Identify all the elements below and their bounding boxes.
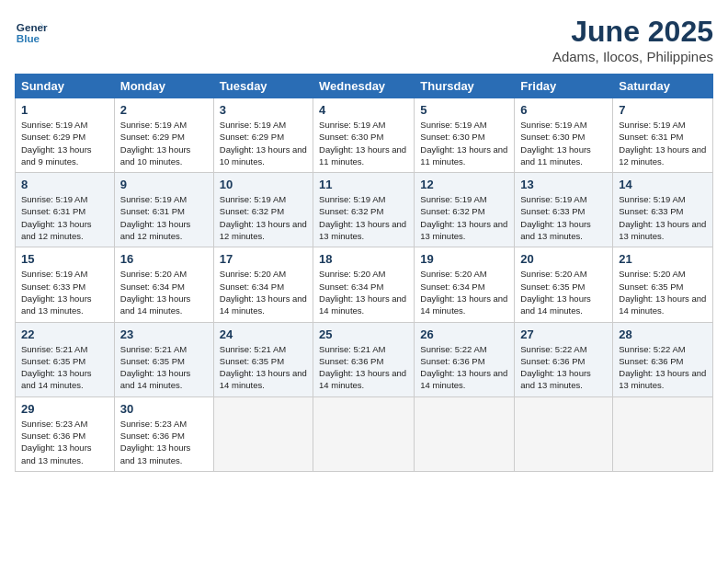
calendar-cell: 5 Sunrise: 5:19 AMSunset: 6:30 PMDayligh… bbox=[415, 98, 515, 173]
day-number: 23 bbox=[120, 327, 208, 341]
day-info: Sunrise: 5:19 AMSunset: 6:33 PMDaylight:… bbox=[619, 194, 706, 241]
logo-icon: General Blue bbox=[15, 15, 48, 48]
day-info: Sunrise: 5:19 AMSunset: 6:30 PMDaylight:… bbox=[319, 120, 406, 167]
day-info: Sunrise: 5:20 AMSunset: 6:34 PMDaylight:… bbox=[120, 269, 191, 316]
day-number: 30 bbox=[120, 402, 208, 416]
day-number: 25 bbox=[319, 327, 408, 341]
calendar-cell: 21 Sunrise: 5:20 AMSunset: 6:35 PMDaylig… bbox=[613, 247, 713, 322]
weekday-header: Tuesday bbox=[213, 75, 313, 98]
day-number: 19 bbox=[420, 252, 508, 266]
calendar-cell: 1 Sunrise: 5:19 AMSunset: 6:29 PMDayligh… bbox=[16, 98, 115, 173]
day-info: Sunrise: 5:19 AMSunset: 6:31 PMDaylight:… bbox=[21, 194, 92, 241]
svg-text:Blue: Blue bbox=[17, 32, 40, 44]
day-number: 18 bbox=[319, 252, 408, 266]
title-area: June 2025 Adams, Ilocos, Philippines bbox=[552, 15, 713, 64]
day-info: Sunrise: 5:22 AMSunset: 6:36 PMDaylight:… bbox=[420, 344, 507, 391]
day-number: 16 bbox=[120, 252, 208, 266]
weekday-header: Saturday bbox=[613, 75, 713, 98]
calendar-cell: 30 Sunrise: 5:23 AMSunset: 6:36 PMDaylig… bbox=[114, 396, 213, 471]
weekday-header: Friday bbox=[515, 75, 613, 98]
day-info: Sunrise: 5:22 AMSunset: 6:36 PMDaylight:… bbox=[520, 344, 591, 391]
calendar-cell bbox=[313, 396, 415, 471]
calendar-cell: 20 Sunrise: 5:20 AMSunset: 6:35 PMDaylig… bbox=[515, 247, 613, 322]
day-number: 1 bbox=[21, 103, 108, 117]
day-info: Sunrise: 5:20 AMSunset: 6:35 PMDaylight:… bbox=[520, 269, 591, 316]
calendar-cell: 7 Sunrise: 5:19 AMSunset: 6:31 PMDayligh… bbox=[613, 98, 713, 173]
calendar-cell bbox=[613, 396, 713, 471]
calendar-week-row: 29 Sunrise: 5:23 AMSunset: 6:36 PMDaylig… bbox=[16, 396, 713, 471]
weekday-header: Thursday bbox=[415, 75, 515, 98]
day-number: 12 bbox=[420, 178, 508, 191]
day-number: 6 bbox=[520, 103, 607, 117]
day-number: 13 bbox=[520, 178, 607, 191]
weekday-header: Wednesday bbox=[313, 75, 415, 98]
day-number: 10 bbox=[220, 178, 307, 191]
day-number: 11 bbox=[319, 178, 408, 191]
calendar-cell: 25 Sunrise: 5:21 AMSunset: 6:36 PMDaylig… bbox=[313, 322, 415, 396]
day-info: Sunrise: 5:19 AMSunset: 6:32 PMDaylight:… bbox=[319, 194, 406, 241]
calendar-header: SundayMondayTuesdayWednesdayThursdayFrid… bbox=[16, 75, 713, 98]
calendar-cell: 28 Sunrise: 5:22 AMSunset: 6:36 PMDaylig… bbox=[613, 322, 713, 396]
calendar-week-row: 15 Sunrise: 5:19 AMSunset: 6:33 PMDaylig… bbox=[16, 247, 713, 322]
day-info: Sunrise: 5:19 AMSunset: 6:33 PMDaylight:… bbox=[520, 194, 591, 241]
day-number: 8 bbox=[21, 178, 108, 191]
day-number: 27 bbox=[520, 327, 607, 341]
calendar-cell: 6 Sunrise: 5:19 AMSunset: 6:30 PMDayligh… bbox=[515, 98, 613, 173]
day-number: 20 bbox=[520, 252, 607, 266]
day-info: Sunrise: 5:19 AMSunset: 6:32 PMDaylight:… bbox=[420, 194, 507, 241]
day-number: 2 bbox=[120, 103, 208, 117]
day-number: 26 bbox=[420, 327, 508, 341]
day-info: Sunrise: 5:19 AMSunset: 6:33 PMDaylight:… bbox=[21, 269, 92, 316]
calendar-table: SundayMondayTuesdayWednesdayThursdayFrid… bbox=[15, 74, 713, 472]
calendar-cell: 11 Sunrise: 5:19 AMSunset: 6:32 PMDaylig… bbox=[313, 173, 415, 247]
day-info: Sunrise: 5:20 AMSunset: 6:34 PMDaylight:… bbox=[319, 269, 406, 316]
calendar-cell: 27 Sunrise: 5:22 AMSunset: 6:36 PMDaylig… bbox=[515, 322, 613, 396]
day-info: Sunrise: 5:19 AMSunset: 6:29 PMDaylight:… bbox=[120, 120, 191, 167]
day-info: Sunrise: 5:19 AMSunset: 6:30 PMDaylight:… bbox=[520, 120, 591, 167]
day-number: 21 bbox=[619, 252, 707, 266]
day-info: Sunrise: 5:19 AMSunset: 6:31 PMDaylight:… bbox=[619, 120, 706, 167]
subtitle: Adams, Ilocos, Philippines bbox=[552, 49, 713, 64]
calendar-cell: 14 Sunrise: 5:19 AMSunset: 6:33 PMDaylig… bbox=[613, 173, 713, 247]
day-number: 29 bbox=[21, 402, 108, 416]
calendar-cell: 8 Sunrise: 5:19 AMSunset: 6:31 PMDayligh… bbox=[16, 173, 115, 247]
calendar-cell: 13 Sunrise: 5:19 AMSunset: 6:33 PMDaylig… bbox=[515, 173, 613, 247]
calendar-cell bbox=[213, 396, 313, 471]
calendar-cell: 24 Sunrise: 5:21 AMSunset: 6:35 PMDaylig… bbox=[213, 322, 313, 396]
day-info: Sunrise: 5:20 AMSunset: 6:34 PMDaylight:… bbox=[420, 269, 507, 316]
calendar-cell: 12 Sunrise: 5:19 AMSunset: 6:32 PMDaylig… bbox=[415, 173, 515, 247]
day-number: 7 bbox=[619, 103, 707, 117]
day-number: 9 bbox=[120, 178, 208, 191]
weekday-header: Sunday bbox=[16, 75, 115, 98]
calendar-cell: 2 Sunrise: 5:19 AMSunset: 6:29 PMDayligh… bbox=[114, 98, 213, 173]
day-number: 14 bbox=[619, 178, 707, 191]
day-info: Sunrise: 5:19 AMSunset: 6:32 PMDaylight:… bbox=[220, 194, 307, 241]
day-info: Sunrise: 5:22 AMSunset: 6:36 PMDaylight:… bbox=[619, 344, 706, 391]
calendar-cell: 19 Sunrise: 5:20 AMSunset: 6:34 PMDaylig… bbox=[415, 247, 515, 322]
day-info: Sunrise: 5:19 AMSunset: 6:29 PMDaylight:… bbox=[21, 120, 92, 167]
calendar-week-row: 1 Sunrise: 5:19 AMSunset: 6:29 PMDayligh… bbox=[16, 98, 713, 173]
day-number: 28 bbox=[619, 327, 707, 341]
day-number: 15 bbox=[21, 252, 108, 266]
calendar-cell: 4 Sunrise: 5:19 AMSunset: 6:30 PMDayligh… bbox=[313, 98, 415, 173]
day-info: Sunrise: 5:20 AMSunset: 6:35 PMDaylight:… bbox=[619, 269, 706, 316]
day-info: Sunrise: 5:21 AMSunset: 6:35 PMDaylight:… bbox=[21, 344, 92, 391]
weekday-header: Monday bbox=[114, 75, 213, 98]
day-number: 4 bbox=[319, 103, 408, 117]
day-number: 17 bbox=[220, 252, 307, 266]
day-number: 22 bbox=[21, 327, 108, 341]
main-title: June 2025 bbox=[552, 15, 713, 49]
day-number: 24 bbox=[220, 327, 307, 341]
logo: General Blue bbox=[15, 15, 48, 48]
day-info: Sunrise: 5:21 AMSunset: 6:35 PMDaylight:… bbox=[120, 344, 191, 391]
calendar-cell: 22 Sunrise: 5:21 AMSunset: 6:35 PMDaylig… bbox=[16, 322, 115, 396]
day-info: Sunrise: 5:20 AMSunset: 6:34 PMDaylight:… bbox=[220, 269, 307, 316]
calendar-cell bbox=[515, 396, 613, 471]
calendar-body: 1 Sunrise: 5:19 AMSunset: 6:29 PMDayligh… bbox=[16, 98, 713, 472]
calendar-cell: 18 Sunrise: 5:20 AMSunset: 6:34 PMDaylig… bbox=[313, 247, 415, 322]
day-info: Sunrise: 5:19 AMSunset: 6:31 PMDaylight:… bbox=[120, 194, 191, 241]
day-info: Sunrise: 5:19 AMSunset: 6:29 PMDaylight:… bbox=[220, 120, 307, 167]
day-info: Sunrise: 5:19 AMSunset: 6:30 PMDaylight:… bbox=[420, 120, 507, 167]
calendar-cell: 26 Sunrise: 5:22 AMSunset: 6:36 PMDaylig… bbox=[415, 322, 515, 396]
calendar-cell: 10 Sunrise: 5:19 AMSunset: 6:32 PMDaylig… bbox=[213, 173, 313, 247]
